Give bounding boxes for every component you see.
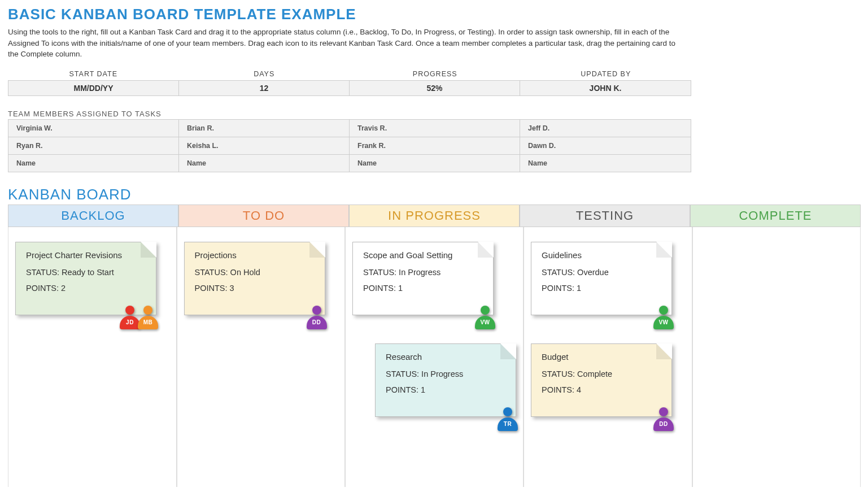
- kanban-heading: KANBAN BOARD: [8, 186, 860, 203]
- card-status: STATUS: Overdue: [542, 268, 661, 277]
- card-title: Budget: [542, 352, 661, 362]
- avatar-initials: VW: [658, 319, 668, 325]
- avatar-initials: DD: [659, 421, 668, 427]
- card-status: STATUS: In Progress: [363, 268, 483, 277]
- kanban-card[interactable]: Project Charter RevisionsSTATUS: Ready t…: [15, 242, 156, 315]
- meta-label-days: DAYS: [179, 68, 350, 80]
- page-title: BASIC KANBAN BOARD TEMPLATE EXAMPLE: [8, 6, 860, 23]
- card-title: Projections: [195, 250, 315, 260]
- meta-label-progress: PROGRESS: [350, 68, 521, 80]
- card-fold-corner: [656, 242, 672, 258]
- card-points: POINTS: 1: [363, 284, 483, 293]
- meta-value-days[interactable]: 12: [179, 81, 350, 95]
- card-title: Project Charter Revisions: [26, 250, 146, 260]
- avatar-initials: JD: [126, 319, 134, 325]
- meta-value-row: MM/DD/YY 12 52% JOHN K.: [8, 80, 691, 96]
- person-icon[interactable]: TR: [496, 406, 519, 431]
- person-icon[interactable]: VW: [652, 304, 675, 329]
- column-in-progress[interactable]: Scope and Goal SettingSTATUS: In Progres…: [345, 227, 524, 487]
- card-fold-corner: [656, 343, 672, 359]
- card-points: POINTS: 1: [386, 385, 505, 394]
- card-status: STATUS: In Progress: [386, 369, 505, 378]
- column-todo[interactable]: ProjectionsSTATUS: On HoldPOINTS: 3DD: [177, 227, 346, 487]
- column-header-backlog: BACKLOG: [8, 205, 178, 227]
- team-member-cell[interactable]: Jeff D.: [520, 120, 691, 137]
- avatar-initials: MB: [143, 319, 153, 325]
- team-members-table: Virginia W.Brian R.Travis R.Jeff D.Ryan …: [8, 119, 691, 172]
- card-status: STATUS: Ready to Start: [26, 268, 146, 277]
- card-points: POINTS: 2: [26, 284, 146, 293]
- card-avatars: DD: [657, 406, 675, 431]
- column-header-complete: COMPLETE: [690, 205, 861, 227]
- column-testing[interactable]: GuidelinesSTATUS: OverduePOINTS: 1VWBudg…: [524, 227, 692, 487]
- kanban-card[interactable]: GuidelinesSTATUS: OverduePOINTS: 1VW: [531, 242, 672, 315]
- meta-value-progress[interactable]: 52%: [350, 81, 520, 95]
- column-backlog[interactable]: Project Charter RevisionsSTATUS: Ready t…: [8, 227, 177, 487]
- team-member-cell[interactable]: Name: [520, 155, 691, 172]
- team-member-cell[interactable]: Dawn D.: [520, 137, 691, 155]
- card-fold-corner: [141, 242, 156, 258]
- person-icon[interactable]: VW: [474, 304, 496, 329]
- card-avatars: VW: [478, 304, 496, 329]
- card-status: STATUS: Complete: [542, 369, 661, 378]
- card-title: Guidelines: [542, 250, 661, 260]
- card-avatars: DD: [310, 304, 328, 329]
- team-member-cell[interactable]: Frank R.: [350, 137, 520, 155]
- column-header-todo: TO DO: [178, 205, 349, 227]
- kanban-card[interactable]: ProjectionsSTATUS: On HoldPOINTS: 3DD: [184, 242, 325, 315]
- column-header-in-progress: IN PROGRESS: [349, 205, 520, 227]
- team-member-cell[interactable]: Virginia W.: [8, 120, 179, 137]
- avatar-initials: DD: [312, 319, 321, 325]
- team-member-cell[interactable]: Name: [179, 155, 350, 172]
- person-icon[interactable]: MB: [137, 304, 159, 329]
- card-avatars: TR: [501, 406, 519, 431]
- meta-label-updated-by: UPDATED BY: [521, 68, 692, 80]
- card-points: POINTS: 3: [195, 284, 315, 293]
- team-member-cell[interactable]: Name: [8, 155, 179, 172]
- column-complete[interactable]: [692, 227, 861, 487]
- card-fold-corner: [478, 242, 494, 258]
- team-members-heading: TEAM MEMBERS ASSIGNED TO TASKS: [8, 110, 860, 118]
- page-description: Using the tools to the right, fill out a…: [8, 27, 686, 60]
- kanban-card[interactable]: ResearchSTATUS: In ProgressPOINTS: 1TR: [375, 343, 516, 417]
- card-title: Research: [386, 352, 505, 362]
- card-avatars: JDMB: [123, 304, 159, 329]
- card-status: STATUS: On Hold: [195, 268, 315, 277]
- column-header-testing: TESTING: [520, 205, 690, 227]
- team-member-cell[interactable]: Name: [350, 155, 520, 172]
- person-icon[interactable]: DD: [652, 406, 675, 431]
- person-icon[interactable]: DD: [306, 304, 328, 329]
- avatar-initials: VW: [480, 319, 490, 325]
- meta-header-row: START DATE DAYS PROGRESS UPDATED BY: [8, 68, 691, 80]
- kanban-column-headers: BACKLOG TO DO IN PROGRESS TESTING COMPLE…: [8, 205, 861, 227]
- card-fold-corner: [309, 242, 325, 258]
- card-points: POINTS: 1: [542, 284, 661, 293]
- meta-value-updated-by[interactable]: JOHN K.: [520, 81, 691, 95]
- team-member-cell[interactable]: Ryan R.: [8, 137, 179, 155]
- kanban-board: Project Charter RevisionsSTATUS: Ready t…: [8, 227, 861, 487]
- meta-label-start-date: START DATE: [8, 68, 179, 80]
- card-title: Scope and Goal Setting: [363, 250, 483, 260]
- card-avatars: VW: [657, 304, 675, 329]
- card-fold-corner: [500, 343, 516, 359]
- avatar-initials: TR: [504, 421, 512, 427]
- meta-value-start-date[interactable]: MM/DD/YY: [8, 81, 179, 95]
- card-points: POINTS: 4: [542, 385, 661, 394]
- team-member-cell[interactable]: Brian R.: [179, 120, 350, 137]
- team-member-cell[interactable]: Travis R.: [350, 120, 520, 137]
- kanban-card[interactable]: BudgetSTATUS: CompletePOINTS: 4DD: [531, 343, 672, 417]
- kanban-card[interactable]: Scope and Goal SettingSTATUS: In Progres…: [352, 242, 494, 315]
- team-member-cell[interactable]: Keisha L.: [179, 137, 350, 155]
